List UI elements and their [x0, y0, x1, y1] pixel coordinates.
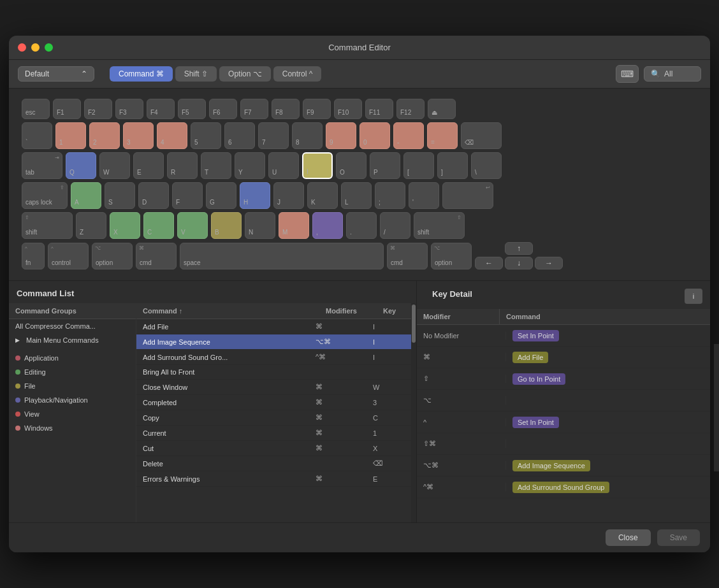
- commands-scrollbar[interactable]: [411, 303, 416, 522]
- keyboard-layout-btn[interactable]: ⌨: [616, 65, 639, 83]
- key-9[interactable]: 9: [326, 122, 356, 149]
- key-f10[interactable]: F10: [334, 99, 362, 119]
- key-bracket-r[interactable]: ]: [437, 152, 468, 179]
- group-item-view[interactable]: View: [9, 407, 136, 421]
- group-item-application[interactable]: Application: [9, 351, 136, 365]
- key-f12[interactable]: F12: [396, 99, 425, 119]
- key-n[interactable]: N: [245, 212, 275, 239]
- key-option-left[interactable]: ⌥option: [92, 243, 133, 269]
- key-i[interactable]: I: [302, 152, 333, 179]
- key-f6[interactable]: F6: [209, 99, 237, 119]
- key-c[interactable]: C: [143, 212, 174, 239]
- key-w[interactable]: W: [99, 152, 130, 179]
- key-tab[interactable]: ⇥tab: [22, 152, 62, 179]
- key-option-right[interactable]: ⌥option: [431, 243, 472, 269]
- minimize-traffic-light[interactable]: [31, 43, 40, 52]
- key-z[interactable]: Z: [76, 212, 106, 239]
- key-x[interactable]: X: [110, 212, 140, 239]
- key-j[interactable]: J: [273, 182, 304, 209]
- key-cmd-left[interactable]: ⌘cmd: [136, 243, 177, 269]
- key-m[interactable]: M: [279, 212, 309, 239]
- key-u[interactable]: U: [268, 152, 299, 179]
- key-capslock[interactable]: ⇪caps lock: [22, 182, 68, 209]
- key-y[interactable]: Y: [235, 152, 265, 179]
- close-button[interactable]: Close: [606, 529, 651, 546]
- cmd-row-add-image-seq[interactable]: Add Image Sequence ⌥⌘ I: [136, 334, 411, 350]
- key-4[interactable]: 4: [157, 122, 187, 149]
- key-esc[interactable]: esc: [22, 99, 50, 119]
- key-r[interactable]: R: [167, 152, 198, 179]
- badge-goto-in-point[interactable]: Go to In Point: [512, 373, 565, 385]
- cmd-row-current[interactable]: Current ⌘ 1: [136, 426, 411, 441]
- cmd-row-completed[interactable]: Completed ⌘ 3: [136, 395, 411, 410]
- key-semicolon[interactable]: ;: [375, 182, 405, 209]
- key-k[interactable]: K: [307, 182, 338, 209]
- save-button[interactable]: Save: [657, 529, 700, 546]
- key-a[interactable]: A: [71, 182, 101, 209]
- cmd-row-close-window[interactable]: Close Window ⌘ W: [136, 380, 411, 395]
- key-f7[interactable]: F7: [240, 99, 268, 119]
- preset-dropdown[interactable]: Default ⌃: [18, 66, 94, 82]
- key-minus[interactable]: -: [393, 122, 424, 149]
- group-item-editing[interactable]: Editing: [9, 365, 136, 379]
- group-item-main-menu[interactable]: ▶ Main Menu Commands: [9, 333, 136, 347]
- key-d[interactable]: D: [138, 182, 169, 209]
- modifier-control-btn[interactable]: Control ^: [273, 66, 322, 82]
- key-f1[interactable]: F1: [53, 99, 81, 119]
- key-bracket-l[interactable]: [: [403, 152, 434, 179]
- key-f5[interactable]: F5: [178, 99, 206, 119]
- cmd-row-copy[interactable]: Copy ⌘ C: [136, 410, 411, 426]
- key-shift-right[interactable]: ⇧shift: [414, 212, 465, 239]
- badge-set-in-point[interactable]: Set In Point: [512, 330, 559, 341]
- key-eject[interactable]: ⏏: [428, 99, 456, 119]
- key-s[interactable]: S: [105, 182, 135, 209]
- key-period[interactable]: .: [346, 212, 377, 239]
- badge-add-surround-sound-group[interactable]: Add Surround Sound Group: [512, 482, 609, 493]
- badge-control-set-in-point[interactable]: Set In Point: [512, 417, 559, 428]
- key-slash[interactable]: /: [380, 212, 410, 239]
- key-shift-left[interactable]: ⇧shift: [22, 212, 73, 239]
- key-p[interactable]: P: [370, 152, 400, 179]
- key-quote[interactable]: ': [409, 182, 439, 209]
- cmd-row-cut[interactable]: Cut ⌘ X: [136, 441, 411, 456]
- group-item-playback[interactable]: Playback/Navigation: [9, 393, 136, 407]
- cmd-row-bring-all[interactable]: Bring All to Front: [136, 365, 411, 380]
- key-v[interactable]: V: [177, 212, 208, 239]
- modifier-option-btn[interactable]: Option ⌥: [219, 66, 271, 82]
- key-equals[interactable]: =: [427, 122, 458, 149]
- key-8[interactable]: 8: [292, 122, 323, 149]
- key-6[interactable]: 6: [224, 122, 255, 149]
- key-e[interactable]: E: [133, 152, 164, 179]
- group-item-all[interactable]: All Compressor Comma...: [9, 319, 136, 333]
- cmd-row-add-file[interactable]: Add File ⌘ I: [136, 319, 411, 334]
- cmd-row-errors[interactable]: Errors & Warnings ⌘ E: [136, 471, 411, 487]
- group-item-windows[interactable]: Windows: [9, 421, 136, 435]
- modifier-shift-btn[interactable]: Shift ⇧: [175, 66, 217, 82]
- group-item-file[interactable]: File: [9, 379, 136, 393]
- key-f3[interactable]: F3: [115, 99, 143, 119]
- maximize-traffic-light[interactable]: [45, 43, 53, 52]
- key-cmd-right[interactable]: ⌘cmd: [387, 243, 428, 269]
- key-3[interactable]: 3: [123, 122, 154, 149]
- modifier-command-btn[interactable]: Command ⌘: [110, 66, 173, 82]
- search-box[interactable]: 🔍 All: [644, 66, 701, 82]
- key-f2[interactable]: F2: [84, 99, 112, 119]
- badge-add-file[interactable]: Add File: [512, 352, 548, 363]
- key-f[interactable]: F: [172, 182, 203, 209]
- key-0[interactable]: 0: [360, 122, 390, 149]
- badge-add-image-sequence[interactable]: Add Image Sequence: [512, 460, 590, 471]
- key-7[interactable]: 7: [258, 122, 289, 149]
- key-comma[interactable]: ,: [312, 212, 343, 239]
- key-fn[interactable]: ^fn: [22, 243, 45, 269]
- key-arrow-up[interactable]: ↑: [505, 242, 533, 255]
- key-control[interactable]: ^control: [48, 243, 89, 269]
- key-arrow-right[interactable]: →: [535, 257, 563, 269]
- key-o[interactable]: O: [336, 152, 367, 179]
- key-b[interactable]: B: [211, 212, 242, 239]
- key-f9[interactable]: F9: [303, 99, 331, 119]
- key-backtick[interactable]: `: [22, 122, 52, 149]
- key-f8[interactable]: F8: [272, 99, 300, 119]
- cmd-row-delete[interactable]: Delete ⌫: [136, 456, 411, 471]
- key-f4[interactable]: F4: [147, 99, 175, 119]
- key-arrow-left[interactable]: ←: [475, 257, 503, 269]
